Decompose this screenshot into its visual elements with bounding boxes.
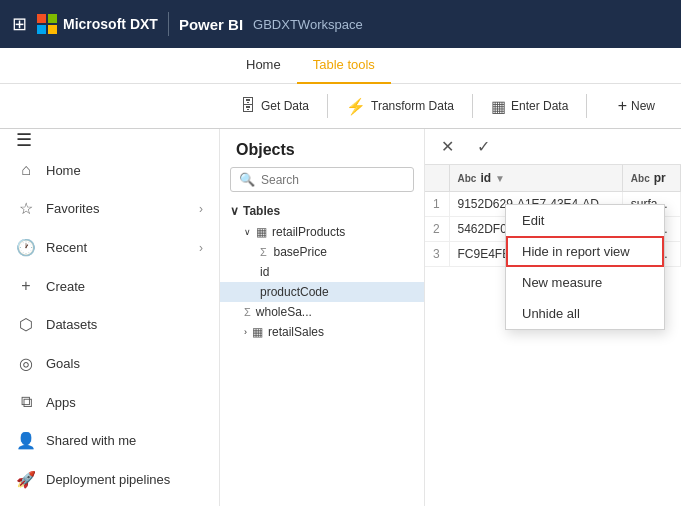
tree-item-retailProducts[interactable]: ∨ ▦ retailProducts [220,222,424,242]
tables-chevron-icon: ∨ [230,204,239,218]
enter-data-label: Enter Data [511,99,568,113]
search-input[interactable] [261,173,405,187]
transform-label: Transform Data [371,99,454,113]
get-data-icon: 🗄 [240,97,256,115]
microsoft-logo [37,14,57,34]
sidebar-label-shared: Shared with me [46,433,203,448]
sidebar-label-datasets: Datasets [46,317,203,332]
tree-item-id[interactable]: id [220,262,424,282]
sidebar-item-goals[interactable]: ◎ Goals [0,344,219,383]
context-menu-hide-report[interactable]: Hide in report view [506,236,664,267]
sidebar-item-favorites[interactable]: ☆ Favorites › [0,189,219,228]
data-toolbar: ✕ ✓ [425,129,681,165]
sidebar-label-favorites: Favorites [46,201,189,216]
deployment-icon: 🚀 [16,470,36,489]
search-icon: 🔍 [239,172,255,187]
context-menu: Edit Hide in report view New measure Unh… [505,204,665,330]
context-menu-new-measure[interactable]: New measure [506,267,664,298]
tree-item-basePrice[interactable]: Σ basePrice [220,242,424,262]
tree-label-wholeSale: wholeSa... [256,305,312,319]
check-toolbar-btn[interactable]: ✓ [469,133,497,161]
ribbon-tabs: Home Table tools [0,48,681,84]
company-name: Microsoft DXT [63,16,158,32]
sidebar-item-shared[interactable]: 👤 Shared with me [0,421,219,460]
ribbon-sep-3 [586,94,587,118]
context-menu-unhide[interactable]: Unhide all [506,298,664,329]
retailSales-chevron-icon: › [244,327,247,337]
tree-label-retailProducts: retailProducts [272,225,345,239]
abc-pr-icon: Abc [631,173,650,184]
topbar: ⊞ Microsoft DXT Power BI GBDXTWorkspace [0,0,681,48]
chevron-recent-icon: › [199,241,203,255]
sidebar-label-recent: Recent [46,240,189,255]
objects-title: Objects [220,129,424,167]
new-plus-icon: + [618,97,627,115]
tab-table-tools[interactable]: Table tools [297,48,391,84]
sidebar-item-recent[interactable]: 🕐 Recent › [0,228,219,267]
sidebar-toggle[interactable]: ☰ [0,129,219,151]
sidebar-label-create: Create [46,279,203,294]
sidebar-label-deployment: Deployment pipelines [46,472,203,487]
get-data-button[interactable]: 🗄 Get Data [230,92,319,120]
row-num-3: 3 [425,242,449,267]
home-icon: ⌂ [16,161,36,179]
close-toolbar-btn[interactable]: ✕ [433,133,461,161]
enter-data-button[interactable]: ▦ Enter Data [481,92,578,121]
context-menu-edit[interactable]: Edit [506,205,664,236]
sidebar-item-apps[interactable]: ⧉ Apps [0,383,219,421]
create-icon: + [16,277,36,295]
objects-tree: ∨ Tables ∨ ▦ retailProducts Σ basePrice … [220,200,424,506]
tree-item-productCode[interactable]: productCode [220,282,424,302]
apps-icon: ⧉ [16,393,36,411]
company-logo: Microsoft DXT [37,14,158,34]
sigma-icon-wholesale: Σ [244,306,251,318]
sidebar-item-learn[interactable]: 📖 Learn [0,499,219,506]
th-pr: Abc pr [622,165,680,192]
table-icon-retailSales: ▦ [252,325,263,339]
col-id-dropdown-icon[interactable]: ▼ [495,173,505,184]
grid-icon[interactable]: ⊞ [12,13,27,35]
row-num-2: 2 [425,217,449,242]
tree-item-wholeSale[interactable]: Σ wholeSa... [220,302,424,322]
datasets-icon: ⬡ [16,315,36,334]
th-id: Abc id ▼ [449,165,622,192]
tree-label-retailSales: retailSales [268,325,324,339]
ribbon: Home Table tools 🗄 Get Data ⚡ Transform … [0,48,681,129]
transform-data-button[interactable]: ⚡ Transform Data [336,92,464,121]
col-pr-label: pr [654,171,666,185]
sidebar-item-create[interactable]: + Create [0,267,219,305]
sidebar-label-home: Home [46,163,203,178]
tree-item-retailSales[interactable]: › ▦ retailSales [220,322,424,342]
tables-section-header[interactable]: ∨ Tables [220,200,424,222]
abc-id-icon: Abc [458,173,477,184]
row-num-1: 1 [425,192,449,217]
retailProducts-chevron-icon: ∨ [244,227,251,237]
get-data-label: Get Data [261,99,309,113]
hamburger-icon: ☰ [16,129,32,151]
goals-icon: ◎ [16,354,36,373]
product-name: Power BI [179,16,243,33]
tab-home[interactable]: Home [230,48,297,84]
col-id-label: id [480,171,491,185]
main-layout: ☰ ⌂ Home ☆ Favorites › 🕐 Recent › + Crea… [0,129,681,506]
new-button[interactable]: + New [608,92,665,120]
sidebar-item-home[interactable]: ⌂ Home [0,151,219,189]
th-rownum [425,165,449,192]
favorites-icon: ☆ [16,199,36,218]
chevron-favorites-icon: › [199,202,203,216]
sidebar-item-datasets[interactable]: ⬡ Datasets [0,305,219,344]
search-box[interactable]: 🔍 [230,167,414,192]
sidebar-label-apps: Apps [46,395,203,410]
sigma-icon-basePrice: Σ [260,246,267,258]
ribbon-sep-2 [472,94,473,118]
objects-panel: Objects 🔍 ∨ Tables ∨ ▦ retailProducts Σ … [220,129,425,506]
sidebar-item-deployment[interactable]: 🚀 Deployment pipelines [0,460,219,499]
sidebar-label-goals: Goals [46,356,203,371]
ribbon-sep-1 [327,94,328,118]
shared-icon: 👤 [16,431,36,450]
table-icon-retailProducts: ▦ [256,225,267,239]
data-area: ✕ ✓ Abc id ▼ [425,129,681,506]
transform-icon: ⚡ [346,97,366,116]
ribbon-actions: 🗄 Get Data ⚡ Transform Data ▦ Enter Data… [0,84,681,128]
tables-section-label: Tables [243,204,280,218]
